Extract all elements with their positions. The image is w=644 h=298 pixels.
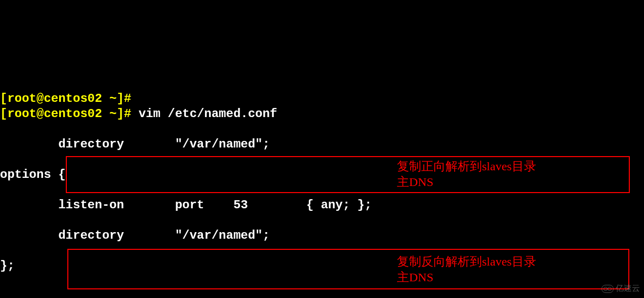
watermark-text: 亿速云 <box>616 284 640 294</box>
annotation-line: 主DNS <box>397 271 433 284</box>
annotation-text-forward: 复制正向解析到slaves目录 主DNS <box>397 159 579 190</box>
watermark: 亿速云 <box>601 284 640 294</box>
annotation-line: 主DNS <box>397 175 433 189</box>
annotation-text-reverse: 复制反向解析到slaves目录 主DNS <box>397 254 579 285</box>
config-line: listen-on port 53 { any; }; <box>0 198 644 213</box>
shell-prompt: [root@centos02 ~]# <box>0 107 139 121</box>
prompt-partial: [root@centos02 ~]# <box>0 91 644 106</box>
config-line: directory "/var/named"; <box>0 137 644 152</box>
config-line: directory "/var/named"; <box>0 228 644 243</box>
annotation-line: 复制反向解析到slaves目录 <box>397 255 536 268</box>
watermark-icon <box>601 285 614 293</box>
annotation-line: 复制正向解析到slaves目录 <box>397 160 536 173</box>
command-text: vim /etc/named.conf <box>139 107 277 121</box>
